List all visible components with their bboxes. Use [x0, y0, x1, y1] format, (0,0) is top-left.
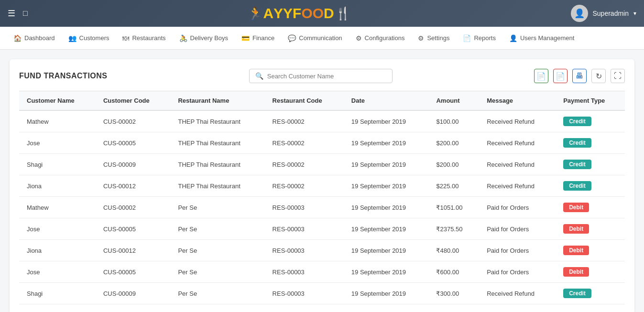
payment-type-badge: Debit [563, 203, 589, 212]
cell-amount: $100.00 [428, 110, 479, 132]
cell-date: 19 September 2019 [344, 132, 429, 154]
table-row: Shagi CUS-00009 Per Se RES-00003 19 Sept… [19, 283, 625, 304]
cell-message: Paid for Orders [479, 240, 556, 261]
logo-text-a: A [263, 5, 273, 22]
nav-restaurants[interactable]: 🍽 Restaurants [117, 32, 171, 44]
search-input[interactable] [267, 73, 386, 80]
export-excel-button[interactable]: 📄 [534, 69, 548, 83]
nav-settings[interactable]: ⚙ Settings [412, 32, 455, 44]
cell-message: Paid for Orders [479, 261, 556, 283]
cell-message: Paid for Orders [479, 218, 556, 240]
payment-type-badge: Debit [563, 246, 589, 255]
cell-customer-code: CUS-00009 [96, 283, 170, 304]
cell-customer-code: CUS-00005 [96, 261, 170, 283]
cell-customer-code: CUS-00012 [96, 175, 170, 197]
cell-date: 19 September 2019 [344, 175, 429, 197]
table-row: Jose CUS-00005 Per Se RES-00003 19 Septe… [19, 261, 625, 283]
cell-restaurant-name: Per Se [170, 197, 264, 218]
cell-customer-name: Jose [19, 261, 96, 283]
nav-communication-label: Communication [299, 34, 342, 42]
nav-dashboard-label: Dashboard [24, 34, 55, 42]
cell-amount: ₹2375.50 [428, 218, 479, 240]
settings-icon: ⚙ [418, 34, 424, 42]
cell-amount: $200.00 [428, 132, 479, 154]
logo-bird-icon: 🏃 [248, 7, 263, 20]
nav-customers[interactable]: 👥 Customers [63, 32, 115, 44]
table-header-row: Customer Name Customer Code Restaurant N… [19, 91, 625, 111]
printer-icon: 🖶 [576, 72, 583, 80]
cell-restaurant-code: RES-00002 [265, 154, 344, 175]
cell-amount: $225.00 [428, 175, 479, 197]
logo-text-o2: O [313, 5, 324, 22]
excel-icon: 📄 [536, 72, 546, 81]
user-menu-chevron[interactable]: ▾ [633, 10, 636, 17]
nav-customers-label: Customers [79, 34, 109, 42]
cell-customer-name: Shagi [19, 154, 96, 175]
table-row: Jose CUS-00005 Per Se RES-00003 19 Septe… [19, 218, 625, 240]
cell-customer-name: Jose [19, 132, 96, 154]
configurations-icon: ⚙ [356, 34, 362, 42]
expand-icon[interactable]: □ [23, 9, 28, 18]
cell-restaurant-code: RES-00003 [265, 240, 344, 261]
logo: 🏃 A YY F O O D 🍴 [248, 5, 350, 22]
cell-amount: ₹1051.00 [428, 197, 479, 218]
cell-message: Paid for Orders [479, 197, 556, 218]
nav-users-management[interactable]: 👤 Users Management [503, 32, 580, 44]
col-message: Message [479, 91, 556, 111]
logo-fork-icon: 🍴 [335, 6, 350, 21]
customers-icon: 👥 [68, 34, 76, 42]
cell-restaurant-code: RES-00003 [265, 283, 344, 304]
section-header: FUND TRANSACTIONS 🔍 📄 📄 🖶 ↻ [19, 69, 625, 83]
cell-date: 19 September 2019 [344, 197, 429, 218]
app-header: ☰ □ 🏃 A YY F O O D 🍴 👤 Superadmin ▾ [0, 0, 644, 27]
cell-payment-type: Credit [556, 283, 625, 304]
table-row: Mathew CUS-00002 THEP Thai Restaurant RE… [19, 110, 625, 132]
nav-reports[interactable]: 📄 Reports [457, 32, 502, 44]
cell-customer-code: CUS-00005 [96, 218, 170, 240]
logo-text-f: F [293, 5, 301, 22]
print-button[interactable]: 🖶 [572, 69, 587, 83]
cell-message: Received Refund [479, 283, 556, 304]
cell-payment-type: Debit [556, 218, 625, 240]
cell-restaurant-name: THEP Thai Restaurant [170, 175, 264, 197]
cell-restaurant-code: RES-00002 [265, 175, 344, 197]
col-amount: Amount [428, 91, 479, 111]
cell-payment-type: Credit [556, 175, 625, 197]
export-pdf-button[interactable]: 📄 [553, 69, 568, 83]
nav-configurations[interactable]: ⚙ Configurations [350, 32, 411, 44]
payment-type-badge: Debit [563, 224, 589, 234]
col-customer-name: Customer Name [19, 91, 96, 111]
nav-reports-label: Reports [474, 34, 496, 42]
col-customer-code: Customer Code [96, 91, 170, 111]
cell-restaurant-name: Per Se [170, 218, 264, 240]
user-name: Superadmin [593, 10, 629, 17]
cell-payment-type: Credit [556, 132, 625, 154]
payment-type-badge: Credit [563, 138, 591, 148]
finance-icon: 💳 [241, 34, 250, 42]
hamburger-icon[interactable]: ☰ [8, 8, 15, 19]
user-avatar: 👤 [571, 5, 588, 22]
cell-amount: ₹600.00 [428, 261, 479, 283]
nav-dashboard[interactable]: 🏠 Dashboard [8, 32, 61, 44]
refresh-button[interactable]: ↻ [591, 69, 606, 83]
communication-icon: 💬 [288, 34, 296, 42]
cell-restaurant-code: RES-00003 [265, 218, 344, 240]
cell-date: 19 September 2019 [344, 110, 429, 132]
nav-communication[interactable]: 💬 Communication [282, 32, 348, 44]
cell-customer-name: Jose [19, 218, 96, 240]
transactions-table: Customer Name Customer Code Restaurant N… [19, 91, 625, 304]
cell-date: 19 September 2019 [344, 218, 429, 240]
cell-restaurant-code: RES-00002 [265, 132, 344, 154]
header-right: 👤 Superadmin ▾ [571, 5, 637, 22]
table-row: Jiona CUS-00012 THEP Thai Restaurant RES… [19, 175, 625, 197]
delivery-boys-icon: 🚴 [179, 34, 187, 42]
cell-payment-type: Debit [556, 197, 625, 218]
search-icon: 🔍 [255, 72, 263, 80]
users-management-icon: 👤 [509, 34, 517, 42]
payment-type-badge: Credit [563, 117, 591, 126]
nav-finance[interactable]: 💳 Finance [236, 32, 280, 44]
logo-text-d: D [324, 5, 334, 22]
nav-delivery-boys[interactable]: 🚴 Delivery Boys [174, 32, 234, 44]
cell-customer-name: Jiona [19, 240, 96, 261]
fullscreen-button[interactable]: ⛶ [611, 69, 625, 83]
